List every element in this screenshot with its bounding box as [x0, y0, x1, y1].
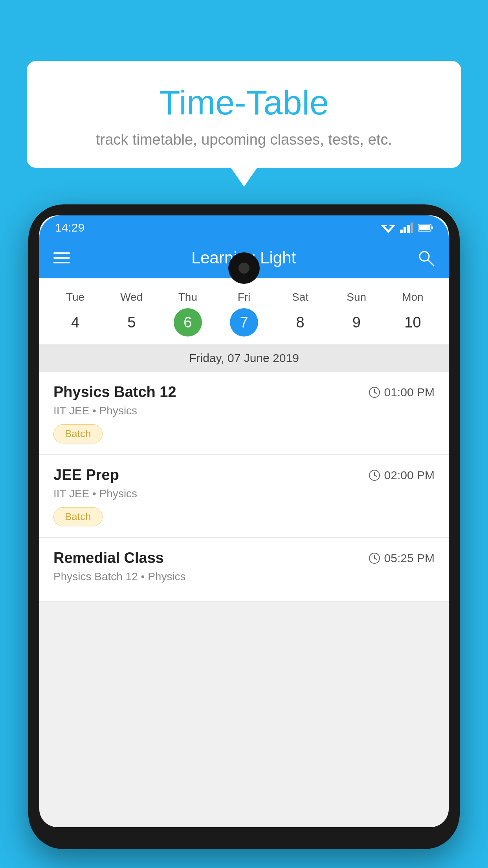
- search-button[interactable]: [417, 249, 435, 267]
- schedule-list: Physics Batch 12 01:00 PM IIT JEE • Phys…: [39, 372, 449, 601]
- app-subtitle: track timetable, upcoming classes, tests…: [50, 131, 438, 148]
- schedule-item-0-time: 01:00 PM: [369, 386, 435, 399]
- hamburger-menu-button[interactable]: [53, 252, 70, 263]
- battery-icon: [418, 223, 433, 232]
- date-7-selected[interactable]: 7: [230, 308, 258, 337]
- menu-line-3: [53, 262, 70, 263]
- svg-rect-8: [419, 225, 430, 230]
- date-6-today[interactable]: 6: [174, 308, 202, 337]
- phone-screen: 14:29: [39, 215, 449, 827]
- menu-line-1: [53, 252, 70, 254]
- svg-rect-9: [431, 226, 433, 229]
- day-header-4: Sat: [272, 286, 328, 308]
- speech-bubble-container: Time-Table track timetable, upcoming cla…: [27, 61, 461, 168]
- speech-bubble: Time-Table track timetable, upcoming cla…: [27, 61, 461, 168]
- day-header-2: Thu: [160, 286, 216, 308]
- clock-icon-2: [369, 552, 380, 564]
- schedule-item-1-time-text: 02:00 PM: [384, 469, 435, 482]
- status-time: 14:29: [55, 221, 84, 234]
- svg-line-14: [374, 392, 377, 394]
- schedule-item-1-badge: Batch: [53, 507, 103, 526]
- day-header-0: Tue: [47, 286, 103, 308]
- day-header-6: Mon: [385, 286, 441, 308]
- schedule-item-0-badge: Batch: [53, 424, 103, 443]
- schedule-item-0[interactable]: Physics Batch 12 01:00 PM IIT JEE • Phys…: [39, 372, 449, 455]
- date-4[interactable]: 4: [61, 308, 90, 337]
- svg-rect-4: [404, 227, 406, 233]
- schedule-item-0-subtitle: IIT JEE • Physics: [53, 405, 435, 417]
- schedule-item-2-title: Remedial Class: [53, 550, 164, 566]
- day-header-1: Wed: [103, 286, 160, 308]
- schedule-item-2-time-text: 05:25 PM: [384, 552, 435, 565]
- status-bar: 14:29: [39, 215, 449, 237]
- day-header-3: Fri: [216, 286, 272, 308]
- phone-notch: [228, 252, 260, 284]
- phone-frame: 14:29: [28, 204, 460, 849]
- app-title-heading: Time-Table: [50, 83, 438, 123]
- clock-icon-0: [369, 386, 380, 398]
- signal-icon: [400, 223, 413, 233]
- schedule-item-0-time-text: 01:00 PM: [384, 386, 435, 399]
- schedule-item-1-title: JEE Prep: [53, 467, 119, 484]
- phone-camera: [238, 263, 250, 274]
- clock-icon-1: [369, 469, 380, 481]
- day-numbers: 4 5 6 7 8 9 10: [39, 308, 449, 344]
- calendar-strip: Tue Wed Thu Fri Sat Sun Mon 4 5 6 7 8 9 …: [39, 278, 449, 372]
- svg-rect-6: [411, 223, 413, 233]
- schedule-item-1-time: 02:00 PM: [369, 469, 435, 482]
- schedule-item-2-header: Remedial Class 05:25 PM: [53, 550, 435, 566]
- svg-line-17: [374, 475, 377, 476]
- date-10[interactable]: 10: [398, 308, 427, 337]
- schedule-item-2-subtitle: Physics Batch 12 • Physics: [53, 570, 435, 583]
- schedule-item-0-header: Physics Batch 12 01:00 PM: [53, 384, 435, 401]
- schedule-item-2[interactable]: Remedial Class 05:25 PM Physics Batch 12…: [39, 538, 449, 601]
- day-headers: Tue Wed Thu Fri Sat Sun Mon: [39, 286, 449, 308]
- date-5[interactable]: 5: [117, 308, 146, 337]
- schedule-item-1[interactable]: JEE Prep 02:00 PM IIT JEE • Physics Batc…: [39, 455, 449, 538]
- search-icon: [417, 249, 435, 267]
- schedule-item-1-subtitle: IIT JEE • Physics: [53, 487, 435, 500]
- wifi-icon: [381, 222, 395, 233]
- menu-line-2: [53, 257, 70, 259]
- day-header-5: Sun: [328, 286, 385, 308]
- svg-rect-5: [407, 225, 410, 233]
- schedule-item-2-time: 05:25 PM: [369, 552, 435, 565]
- svg-line-20: [374, 558, 377, 559]
- schedule-item-0-title: Physics Batch 12: [53, 384, 176, 401]
- date-8[interactable]: 8: [286, 308, 314, 337]
- status-icons: [381, 222, 433, 233]
- schedule-item-1-header: JEE Prep 02:00 PM: [53, 467, 435, 484]
- date-9[interactable]: 9: [342, 308, 371, 337]
- svg-rect-3: [400, 230, 403, 233]
- svg-line-11: [428, 260, 434, 266]
- phone-container: 14:29: [28, 204, 460, 868]
- selected-date-label: Friday, 07 June 2019: [39, 344, 449, 372]
